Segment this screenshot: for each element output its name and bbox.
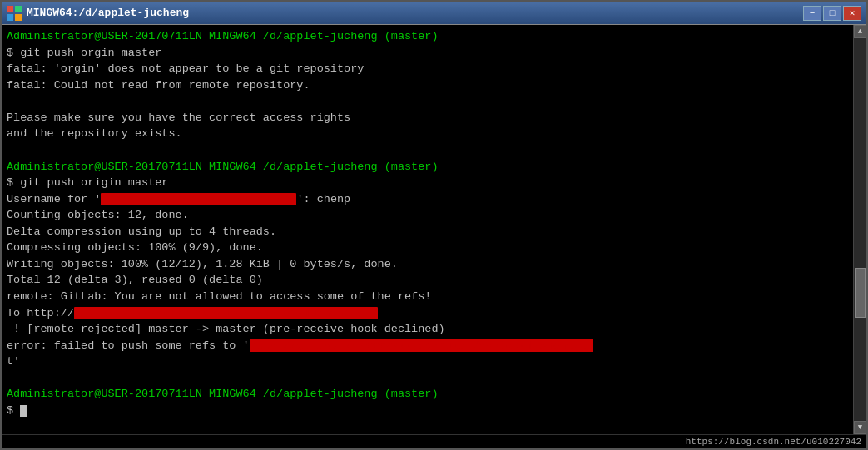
svg-rect-3 (15, 14, 22, 21)
cursor (20, 405, 27, 417)
terminal-line: Administrator@USER-20170711LN MINGW64 /d… (7, 159, 848, 176)
terminal-line (7, 142, 848, 159)
terminal-line: $ git push origin master (7, 175, 848, 191)
terminal-line (7, 93, 848, 110)
terminal-line: remote: GitLab: You are not allowed to a… (7, 289, 848, 305)
terminal-line: Delta compression using up to 4 threads. (7, 224, 848, 240)
close-button[interactable]: ✕ (843, 6, 861, 21)
terminal-line: fatal: 'orgin' does not appear to be a g… (7, 61, 848, 77)
svg-rect-2 (7, 14, 13, 21)
window-icon (7, 6, 22, 21)
terminal-line: t' (7, 354, 848, 370)
terminal-line: $ git push orgin master (7, 45, 848, 62)
svg-rect-1 (15, 6, 22, 12)
terminal-cursor-line: $ (7, 403, 848, 419)
window-content: Administrator@USER-20170711LN MINGW64 /d… (2, 25, 866, 448)
scrollbar-track[interactable] (854, 38, 866, 421)
terminal-line: Compressing objects: 100% (9/9), done. (7, 240, 848, 256)
terminal-line: To http://gitlab.xxxxxxxxxx.com/user/app… (7, 305, 848, 322)
redacted-url-3: http://gitlab.xxxxxxxxxx.com/user/applet… (250, 339, 593, 352)
maximize-button[interactable]: □ (823, 6, 841, 21)
terminal-line: Username for 'https://gitlab.xxxxxxxxxx.… (7, 191, 848, 208)
statusbar: https://blog.csdn.net/u010227042 (2, 434, 866, 448)
titlebar: MINGW64:/d/applet-jucheng − □ ✕ (2, 2, 866, 25)
scrollbar[interactable]: ▲ ▼ (853, 25, 866, 434)
terminal-line: Please make sure you have the correct ac… (7, 110, 848, 126)
terminal-line: and the repository exists. (7, 126, 848, 142)
redacted-url-2: gitlab.xxxxxxxxxx.com/user/applet-juchen… (74, 307, 378, 319)
terminal-line: Counting objects: 12, done. (7, 207, 848, 224)
terminal-output[interactable]: Administrator@USER-20170711LN MINGW64 /d… (2, 25, 853, 434)
minimize-button[interactable]: − (803, 6, 821, 21)
scroll-up-button[interactable]: ▲ (854, 25, 867, 38)
terminal-line: Total 12 (delta 3), reused 0 (delta 0) (7, 272, 848, 289)
statusbar-url: https://blog.csdn.net/u010227042 (686, 437, 861, 447)
svg-rect-0 (7, 6, 13, 12)
window-controls: − □ ✕ (803, 6, 861, 21)
terminal-window: MINGW64:/d/applet-jucheng − □ ✕ Administ… (0, 0, 868, 450)
terminal-line: ! [remote rejected] master -> master (pr… (7, 321, 848, 338)
window-body: Administrator@USER-20170711LN MINGW64 /d… (2, 25, 866, 434)
terminal-line (7, 370, 848, 387)
terminal-line: Administrator@USER-20170711LN MINGW64 /d… (7, 28, 848, 45)
window-title: MINGW64:/d/applet-jucheng (27, 7, 803, 19)
terminal-line: Administrator@USER-20170711LN MINGW64 /d… (7, 386, 848, 403)
terminal-line: error: failed to push some refs to 'http… (7, 338, 848, 354)
redacted-url: https://gitlab.xxxxxxxxxx.com (101, 193, 296, 205)
terminal-line: Writing objects: 100% (12/12), 1.28 KiB … (7, 256, 848, 273)
terminal-line: fatal: Could not read from remote reposi… (7, 77, 848, 94)
scrollbar-thumb[interactable] (855, 268, 866, 318)
scroll-down-button[interactable]: ▼ (854, 421, 867, 434)
